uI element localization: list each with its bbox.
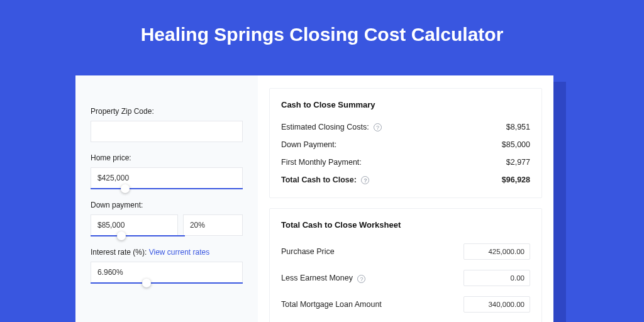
summary-row-value: $2,977 [506,158,530,167]
view-rates-link[interactable]: View current rates [149,248,210,257]
inputs-column: Property Zip Code: Home price: Down paym… [75,75,258,322]
summary-row-value: $8,951 [506,123,530,131]
home-price-input[interactable] [91,167,243,189]
summary-row: First Monthly Payment: $2,977 [281,153,530,171]
worksheet-row-label: Purchase Price [281,247,335,256]
summary-row: Down Payment: $85,000 [281,136,530,153]
summary-row-label: Down Payment: [281,140,336,149]
summary-panel: Cash to Close Summary Estimated Closing … [269,88,542,198]
worksheet-row: Less Earnest Money ? 0.00 [281,265,530,291]
down-payment-slider-thumb[interactable] [117,231,126,240]
down-payment-group: Down payment: [91,201,243,236]
info-icon[interactable]: ? [357,275,365,283]
worksheet-value-box[interactable]: 0.00 [464,270,530,286]
down-payment-label: Down payment: [91,201,243,209]
info-icon[interactable]: ? [374,123,382,131]
down-payment-slider[interactable] [91,235,185,236]
home-price-label: Home price: [91,153,243,162]
home-price-slider-thumb[interactable] [121,184,130,193]
results-column: Cash to Close Summary Estimated Closing … [258,75,553,322]
down-payment-pct-input[interactable] [183,214,243,236]
summary-row-value: $85,000 [502,140,530,149]
summary-total-value: $96,928 [502,175,530,184]
worksheet-row: Purchase Price 425,000.00 [281,238,530,265]
zip-group: Property Zip Code: [91,107,243,142]
interest-slider-thumb[interactable] [142,279,151,287]
summary-title: Cash to Close Summary [281,100,530,109]
interest-label-text: Interest rate (%): [91,248,147,257]
summary-total-row: Total Cash to Close: ? $96,928 [281,171,530,189]
calculator-card: Property Zip Code: Home price: Down paym… [75,75,553,322]
zip-input[interactable] [91,121,243,142]
label-text: Total Cash to Close: [281,175,357,184]
label-text: Less Earnest Money [281,274,353,282]
worksheet-title: Total Cash to Close Worksheet [281,220,530,230]
worksheet-value-box[interactable]: 340,000.00 [464,296,530,313]
worksheet-value-box[interactable]: 425,000.00 [464,243,530,260]
down-payment-row [91,214,243,236]
down-payment-input[interactable] [91,214,178,236]
interest-label: Interest rate (%): View current rates [91,248,243,257]
worksheet-panel: Total Cash to Close Worksheet Purchase P… [269,208,542,322]
label-text: Estimated Closing Costs: [281,123,369,131]
page-title: Healing Springs Closing Cost Calculator [0,0,644,65]
interest-group: Interest rate (%): View current rates [91,248,243,284]
summary-row-label: First Monthly Payment: [281,158,362,167]
interest-slider[interactable] [91,282,243,284]
home-price-slider[interactable] [91,188,243,189]
interest-input[interactable] [91,262,243,283]
worksheet-row-label: Total Mortgage Loan Amount [281,300,382,309]
summary-row-label: Estimated Closing Costs: ? [281,123,382,131]
info-icon[interactable]: ? [361,176,369,184]
home-price-group: Home price: [91,153,243,189]
summary-total-label: Total Cash to Close: ? [281,175,369,184]
worksheet-row-label: Less Earnest Money ? [281,274,365,282]
worksheet-row: Total Mortgage Loan Amount 340,000.00 [281,291,530,318]
summary-row: Estimated Closing Costs: ? $8,951 [281,118,530,136]
zip-label: Property Zip Code: [91,107,243,116]
